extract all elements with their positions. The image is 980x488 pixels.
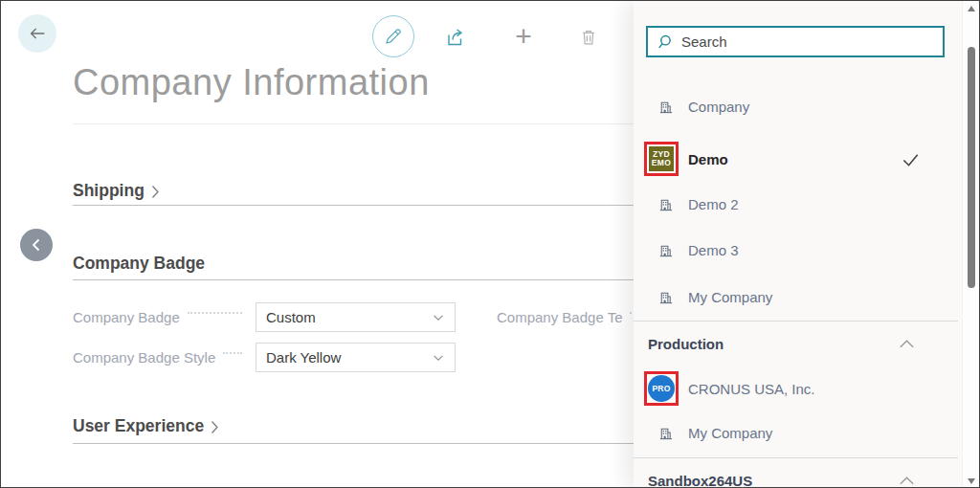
- company-search-box: [646, 26, 945, 57]
- section-user-experience-label: User Experience: [73, 416, 204, 436]
- company-name: Demo 3: [688, 242, 739, 258]
- company-badge-style-dropdown[interactable]: Dark Yellow: [256, 343, 456, 372]
- chevron-up-icon[interactable]: [897, 334, 917, 354]
- group-divider: [634, 457, 958, 458]
- chevron-right-icon: [151, 183, 160, 199]
- shipping-divider: [73, 205, 635, 206]
- company-badge-style-field-label: Company Badge Style: [73, 343, 250, 372]
- collapse-pane-button[interactable]: [20, 229, 53, 261]
- company-row[interactable]: My Company: [634, 274, 959, 320]
- edit-button[interactable]: [372, 15, 414, 57]
- company-name: CRONUS USA, Inc.: [688, 381, 815, 397]
- section-shipping-label: Shipping: [73, 181, 145, 201]
- section-company-badge-label: Company Badge: [73, 254, 205, 274]
- company-search-input[interactable]: [681, 33, 934, 50]
- company-badge-text-field-label: Company Badge Te: [497, 302, 636, 332]
- chevron-right-icon: [211, 418, 219, 434]
- company-row[interactable]: Demo 3: [634, 227, 959, 273]
- group-header-label: Production: [648, 336, 724, 352]
- chevron-down-icon: [432, 311, 445, 324]
- group-header-production[interactable]: Production: [634, 330, 959, 357]
- pencil-icon: [383, 26, 404, 47]
- search-icon: [657, 33, 674, 51]
- building-icon: [657, 196, 674, 212]
- company-name: Company: [688, 99, 749, 115]
- company-badge-zydemo: ZYD EMO: [649, 146, 674, 171]
- arrow-left-icon: [27, 23, 48, 44]
- delete-button[interactable]: [576, 25, 601, 50]
- check-icon: [901, 149, 921, 169]
- section-user-experience[interactable]: User Experience: [73, 416, 219, 436]
- company-badge-dropdown[interactable]: Custom: [256, 302, 456, 332]
- scrollbar-thumb[interactable]: [968, 47, 975, 288]
- dotted-leader: [223, 352, 242, 354]
- company-name: My Company: [688, 289, 772, 305]
- dotted-leader: [188, 312, 242, 314]
- trash-icon: [578, 27, 599, 48]
- title-divider: [73, 123, 635, 124]
- building-icon: [657, 99, 674, 115]
- company-row-selected[interactable]: ZYD EMO Demo: [634, 136, 959, 182]
- group-header-label: Sandbox264US: [648, 473, 752, 488]
- panel-scrollbar: [962, 1, 979, 488]
- company-badge-value: Custom: [266, 309, 432, 325]
- company-badge-divider: [73, 279, 635, 280]
- chevron-down-icon: [432, 351, 445, 365]
- company-badge-pro: PRO: [648, 375, 675, 402]
- share-button[interactable]: [443, 25, 468, 50]
- group-divider: [634, 321, 958, 322]
- company-switcher-panel: Company ZYD EMO Demo Demo 2: [634, 1, 979, 488]
- red-highlight-box: PRO: [644, 371, 679, 406]
- page-title: Company Information: [73, 62, 430, 103]
- share-icon: [444, 26, 467, 49]
- chevron-left-icon: [31, 238, 42, 252]
- company-row[interactable]: Company: [634, 83, 959, 129]
- user-experience-divider: [73, 443, 635, 444]
- company-row[interactable]: Demo 2: [634, 181, 959, 227]
- group-header-sandbox264us[interactable]: Sandbox264US: [634, 467, 959, 488]
- company-badge-style-value: Dark Yellow: [266, 349, 432, 366]
- section-company-badge[interactable]: Company Badge: [73, 254, 205, 274]
- company-name: Demo 2: [688, 196, 739, 212]
- back-button[interactable]: [18, 14, 56, 53]
- add-button[interactable]: +: [510, 21, 537, 52]
- section-shipping[interactable]: Shipping: [73, 181, 160, 201]
- company-row-cronus[interactable]: PRO CRONUS USA, Inc.: [634, 366, 959, 411]
- company-name: My Company: [688, 425, 772, 441]
- building-icon: [657, 242, 674, 258]
- building-icon: [657, 289, 674, 305]
- chevron-up-icon[interactable]: [897, 471, 917, 488]
- scroll-down-arrow[interactable]: [968, 478, 975, 484]
- company-badge-field-label: Company Badge: [73, 302, 250, 332]
- app-window: + Company Information Shipping Company B…: [0, 0, 980, 488]
- building-icon: [657, 425, 674, 441]
- red-highlight-box: ZYD EMO: [644, 142, 679, 176]
- scroll-up-arrow[interactable]: [968, 6, 975, 11]
- company-row[interactable]: My Company: [634, 410, 959, 455]
- company-name: Demo: [688, 151, 728, 167]
- plus-icon: +: [515, 22, 532, 51]
